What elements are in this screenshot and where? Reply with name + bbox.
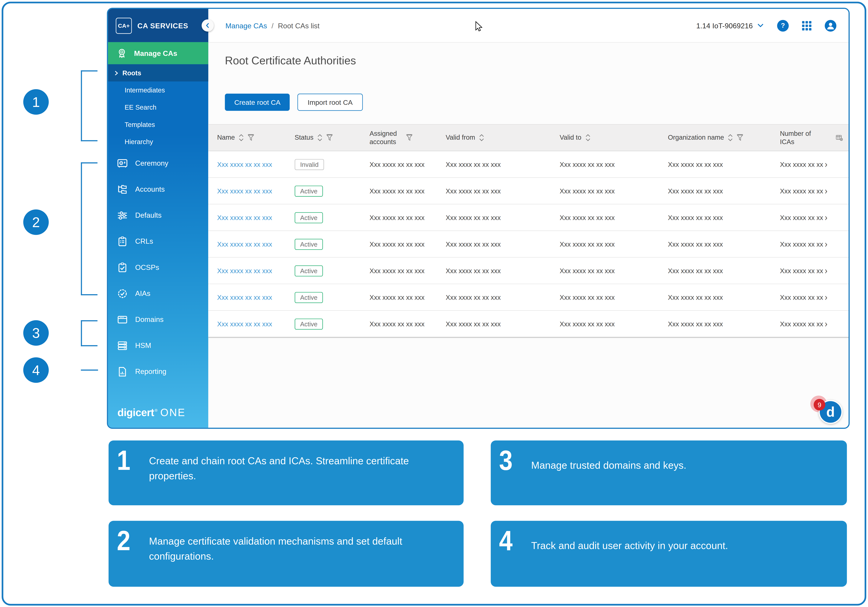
sidebar-item-hsm[interactable]: HSM [108,332,208,359]
status-badge: Active [294,265,323,276]
sidebar-item-label: CRLs [135,237,153,245]
sidebar-item-label: EE Search [125,103,157,111]
breadcrumb-separator: / [271,22,273,29]
ca-name-link[interactable]: Xxx xxxx xx xx xxx [217,240,272,248]
assigned-accounts-cell: Xxx xxxx xx xx xxx [361,240,437,248]
column-settings-button[interactable] [827,133,849,142]
sidebar-item-label: Roots [122,69,141,77]
sidebar-item-hierarchy[interactable]: Hierarchy [108,133,208,150]
sidebar-item-intermediates[interactable]: Intermediates [108,81,208,99]
assigned-accounts-cell: Xxx xxxx xx xx xxx [361,160,437,168]
sidebar-item-ceremony[interactable]: Ceremony [108,150,208,176]
seal-check-icon [116,287,129,300]
sort-icon[interactable] [238,134,244,142]
table-row: Xxx xxxx xx xx xxx Active Xxx xxxx xx xx… [208,258,849,284]
sidebar-item-label: Hierarchy [125,138,153,146]
create-root-ca-button[interactable]: Create root CA [225,94,290,111]
help-button[interactable]: ? [777,20,789,31]
valid-from-cell: Xxx xxxx xx xx xxx [437,293,551,301]
table-settings-icon [835,133,843,142]
ca-name-link[interactable]: Xxx xxxx xx xx xxx [217,320,272,328]
filter-funnel-icon[interactable] [737,134,744,141]
apps-grid-icon [802,21,811,30]
question-mark-icon: ? [781,22,785,29]
app-window: CA+ CA SERVICES Manage CAs Roots Interme… [107,8,850,429]
status-badge: Active [294,292,323,303]
sidebar-item-defaults[interactable]: Defaults [108,202,208,228]
number-of-icas-cell: Xxx xxxx xx xx xxx [771,293,827,301]
status-badge: Active [294,185,323,197]
column-header-valid-to: Valid to [551,134,659,142]
sort-icon[interactable] [727,134,733,142]
sidebar-header: CA+ CA SERVICES [108,9,208,42]
award-ribbon-icon [116,47,128,59]
annotation-bracket-2 [81,162,98,295]
sidebar-item-label: Manage CAs [134,49,177,57]
breadcrumb-current: Root CAs list [278,22,319,29]
sort-icon[interactable] [317,134,323,142]
valid-from-cell: Xxx xxxx xx xx xxx [437,160,551,168]
assigned-accounts-cell: Xxx xxxx xx xx xxx [361,214,437,221]
mouse-cursor [475,21,483,32]
filter-funnel-icon[interactable] [326,134,333,141]
ca-name-link[interactable]: Xxx xxxx xx xx xxx [217,267,272,275]
sidebar-item-label: OCSPs [135,263,159,272]
column-header-name: Name [208,134,285,142]
sort-icon[interactable] [478,134,485,142]
ca-name-link[interactable]: Xxx xxxx xx xx xxx [217,187,272,195]
action-buttons: Create root CA Import root CA [225,94,849,111]
valid-from-cell: Xxx xxxx xx xx xxx [437,187,551,195]
callout-number: 4 [499,526,516,581]
sidebar-item-aias[interactable]: AIAs [108,280,208,306]
sidebar-item-crls[interactable]: CRLs [108,228,208,254]
sidebar-item-label: HSM [135,342,151,349]
table-row: Xxx xxxx xx xx xxx Active Xxx xxxx xx xx… [208,284,849,311]
chevron-right-icon [114,70,119,76]
breadcrumb-manage-cas[interactable]: Manage CAs [226,22,267,29]
organization-name-cell: Xxx xxxx xx xx xxx [659,320,771,328]
number-of-icas-cell: Xxx xxxx xx xx xxx [771,267,827,275]
sidebar-collapse-button[interactable] [202,19,214,32]
ca-name-link[interactable]: Xxx xxxx xx xx xxx [217,214,272,221]
sidebar-item-reporting[interactable]: Reporting [108,359,208,385]
sidebar-item-domains[interactable]: Domains [108,306,208,332]
account-button[interactable] [825,20,836,31]
annotation-bracket-1 [81,70,98,141]
valid-to-cell: Xxx xxxx xx xx xxx [551,293,659,301]
sidebar-item-ocsps[interactable]: OCSPs [108,254,208,280]
apps-grid-button[interactable] [802,21,811,30]
valid-from-cell: Xxx xxxx xx xx xxx [437,240,551,248]
sidebar-item-templates[interactable]: Templates [108,116,208,133]
callout-text: Create and chain root CAs and ICAs. Stre… [149,446,453,500]
annotation-marker-1: 1 [23,89,49,115]
assigned-accounts-cell: Xxx xxxx xx xx xxx [361,320,437,328]
assigned-accounts-cell: Xxx xxxx xx xx xxx [361,293,437,301]
sidebar-item-ee-search[interactable]: EE Search [108,99,208,116]
version-selector[interactable]: 1.14 IoT-9069216 [696,22,764,29]
callout-number: 1 [117,446,133,500]
ca-name-link[interactable]: Xxx xxxx xx xx xxx [217,293,272,301]
organization-name-cell: Xxx xxxx xx xx xxx [659,267,771,275]
top-bar: Manage CAs / Root CAs list 1.14 IoT-9069… [208,9,849,43]
annotation-marker-4: 4 [23,357,49,383]
import-root-ca-button[interactable]: Import root CA [298,94,363,111]
sidebar: CA+ CA SERVICES Manage CAs Roots Interme… [108,9,208,428]
filter-funnel-icon[interactable] [406,134,413,141]
report-document-icon [116,365,129,377]
safe-vault-icon [116,157,129,169]
sort-icon[interactable] [585,134,591,142]
callout-text: Manage certificate validation mechanisms… [149,526,453,581]
sidebar-item-accounts[interactable]: Accounts [108,176,208,202]
table-row: Xxx xxxx xx xx xxx Active Xxx xxxx xx xx… [208,231,849,258]
status-badge: Invalid [294,159,324,170]
column-header-assigned-accounts: Assigned accounts [361,129,437,146]
filter-funnel-icon[interactable] [248,134,254,141]
sidebar-item-manage-cas[interactable]: Manage CAs [108,42,208,64]
sidebar-item-roots[interactable]: Roots [108,64,208,81]
ca-name-link[interactable]: Xxx xxxx xx xx xxx [217,160,272,168]
breadcrumb: Manage CAs / Root CAs list [226,22,320,29]
page: CA+ CA SERVICES Manage CAs Roots Interme… [0,0,868,607]
number-of-icas-cell: Xxx xxxx xx xx xxx [771,160,827,168]
organization-name-cell: Xxx xxxx xx xx xxx [659,240,771,248]
sidebar-item-label: Reporting [135,367,166,376]
